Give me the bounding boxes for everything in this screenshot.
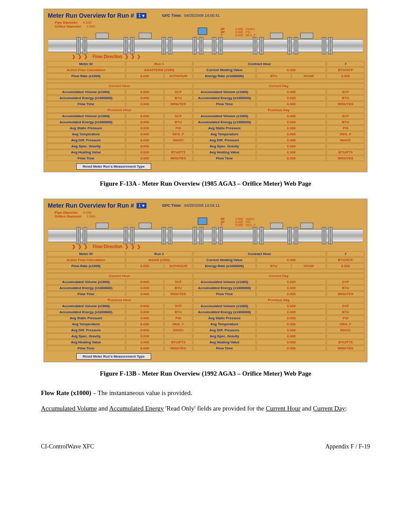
dp-readout-b: DP0.000INH2O SP0.000PSI T0.000DEG_F — [221, 218, 258, 227]
flow-arrows-a: ❯❯❯Flow Direction❯❯❯ — [72, 54, 143, 59]
gfc-label-b: GFC Time: — [162, 203, 181, 208]
meter-panel-b: Meter Run Overview for Run # 1 ▾ GFC Tim… — [44, 199, 367, 362]
figure-caption-a: Figure F-13A - Meter Run Overview (1985 … — [41, 180, 370, 187]
pipe-diam-val-b: 4.026 — [83, 211, 91, 215]
meter-panel-a: Meter Run Overview for Run # 1 ▾ GFC Tim… — [44, 9, 367, 172]
footer-right: Appendix F / F-19 — [325, 443, 370, 450]
panel-title-a: Meter Run Overview for Run # — [48, 12, 134, 19]
pipe-diam-val-a: 4.026 — [83, 21, 91, 25]
info-table-b: Meter ID Run 1 Contract Hour 7 Active Fl… — [46, 251, 365, 352]
gfc-value-a: 04/25/2006 14:00:41 — [184, 13, 220, 18]
orif-diam-val-a: 2.000 — [87, 25, 95, 28]
reset-button-a[interactable]: Reset Meter Run's Measurement Type — [76, 163, 151, 170]
gfc-value-b: 04/25/2006 14:04:11 — [184, 203, 220, 208]
page-footer: CI-ControlWave XFC Appendix F / F-19 — [41, 443, 370, 450]
run-select-b[interactable]: 1 ▾ — [137, 203, 146, 208]
orif-diam-label-a: Orifice Diameter — [55, 25, 81, 28]
pipe-graphic — [48, 39, 363, 52]
panel-title-b: Meter Run Overview for Run # — [48, 202, 134, 209]
pipe-diam-label-b: Pipe Diameter — [55, 211, 78, 215]
orif-diam-val-b: 2.000 — [87, 215, 95, 218]
pipe-diam-label-a: Pipe Diameter — [55, 21, 78, 25]
paragraph-accum: Accumulated Volume and Accumulated Energ… — [41, 404, 370, 413]
transmitter-icon — [198, 28, 207, 35]
gfc-label-a: GFC Time: — [162, 13, 181, 18]
orif-diam-label-b: Orifice Diameter — [55, 215, 81, 218]
dp-readout-a: DP0.000INH2O SP0.000PSI T0.000DEG_F — [221, 28, 258, 37]
paragraph-flow-rate: Flow Rate (x1000) – The instantaneous va… — [41, 389, 370, 397]
info-table-a: Meter ID Run 1 Contract Hour 7 Active Fl… — [46, 61, 365, 162]
footer-left: CI-ControlWave XFC — [41, 443, 94, 450]
reset-button-b[interactable]: Reset Meter Run's Measurement Type — [76, 353, 151, 360]
flow-arrows-b: ❯❯❯Flow Direction❯❯❯ — [72, 244, 143, 249]
figure-caption-b: Figure F-13B - Meter Run Overview (1992 … — [41, 370, 370, 377]
run-select-a[interactable]: 1 ▾ — [137, 13, 146, 19]
pipe-graphic — [48, 229, 363, 242]
transmitter-icon — [198, 218, 207, 225]
